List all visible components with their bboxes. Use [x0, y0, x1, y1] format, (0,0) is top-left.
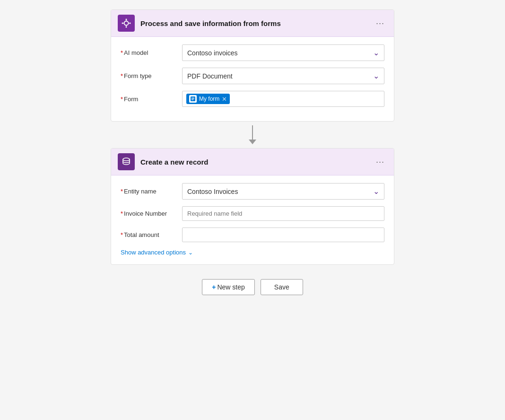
form-tag-label: My form — [199, 96, 219, 102]
new-step-plus-icon: + — [212, 283, 216, 291]
main-canvas: Process and save information from forms … — [0, 0, 505, 305]
new-step-button[interactable]: +New step — [202, 279, 255, 295]
form-required-star: * — [121, 96, 123, 103]
card2-body: *Entity name Contoso Invoices ⌄ *Invoice… — [111, 175, 394, 264]
total-amount-input[interactable] — [182, 228, 384, 242]
ai-model-control[interactable]: Contoso invoices ⌄ — [182, 44, 384, 61]
form-type-chevron-icon: ⌄ — [373, 71, 379, 80]
save-label: Save — [274, 283, 289, 291]
card1-menu-button[interactable]: ··· — [373, 18, 387, 29]
card2-header: Create a new record ··· — [111, 149, 394, 175]
card1-title: Process and save information from forms — [140, 19, 373, 27]
total-amount-row: *Total amount — [121, 228, 384, 242]
entity-name-value: Contoso Invoices — [187, 188, 238, 195]
ai-model-value: Contoso invoices — [187, 49, 238, 57]
ai-builder-icon — [118, 15, 135, 32]
card-process-forms: Process and save information from forms … — [111, 9, 394, 122]
form-type-select[interactable]: PDF Document ⌄ — [182, 68, 384, 84]
invoice-number-input[interactable] — [182, 206, 384, 221]
save-button[interactable]: Save — [261, 279, 303, 295]
svg-point-4 — [130, 23, 131, 24]
entity-name-control[interactable]: Contoso Invoices ⌄ — [182, 183, 384, 200]
form-tag-remove-button[interactable]: ✕ — [222, 96, 227, 103]
dataverse-icon — [118, 153, 135, 170]
ai-model-row: *AI model Contoso invoices ⌄ — [121, 44, 384, 61]
entity-name-required-star: * — [121, 188, 123, 195]
entity-name-row: *Entity name Contoso Invoices ⌄ — [121, 183, 384, 200]
form-control[interactable]: My form ✕ — [182, 91, 384, 107]
svg-point-3 — [122, 23, 123, 24]
card1-header: Process and save information from forms … — [111, 10, 394, 37]
ai-model-label: *AI model — [121, 49, 182, 56]
svg-point-1 — [126, 19, 127, 20]
ai-model-required-star: * — [121, 49, 123, 56]
advanced-options-chevron-icon: ⌄ — [188, 249, 193, 256]
connector-line — [252, 125, 253, 140]
my-form-tag: My form ✕ — [186, 94, 230, 104]
entity-name-chevron-icon: ⌄ — [373, 187, 379, 196]
bottom-actions: +New step Save — [202, 279, 303, 295]
show-advanced-options-button[interactable]: Show advanced options ⌄ — [121, 249, 193, 256]
card2-menu-button[interactable]: ··· — [373, 156, 387, 168]
ai-builder-svg — [121, 18, 131, 28]
form-icon-svg — [190, 96, 196, 102]
card-create-record: Create a new record ··· *Entity name Con… — [111, 148, 394, 265]
form-type-row: *Form type PDF Document ⌄ — [121, 68, 384, 84]
total-amount-required-star: * — [121, 231, 123, 238]
invoice-number-control[interactable] — [182, 206, 384, 221]
card2-title: Create a new record — [140, 158, 373, 166]
form-row: *Form — [121, 91, 384, 107]
new-step-label: New step — [217, 283, 244, 291]
form-type-control[interactable]: PDF Document ⌄ — [182, 68, 384, 84]
ai-model-select[interactable]: Contoso invoices ⌄ — [182, 44, 384, 61]
total-amount-control[interactable] — [182, 228, 384, 242]
svg-point-13 — [123, 158, 130, 161]
form-type-value: PDF Document — [187, 72, 233, 80]
ai-model-chevron-icon: ⌄ — [373, 48, 379, 57]
dataverse-svg — [121, 157, 131, 167]
connector-arrow — [249, 125, 256, 144]
entity-name-label: *Entity name — [121, 188, 182, 195]
form-type-label: *Form type — [121, 72, 182, 79]
svg-point-0 — [124, 21, 129, 26]
connector-arrowhead — [249, 140, 256, 144]
advanced-options-section: Show advanced options ⌄ — [121, 249, 384, 256]
card1-body: *AI model Contoso invoices ⌄ *Form type … — [111, 37, 394, 121]
entity-name-select[interactable]: Contoso Invoices ⌄ — [182, 183, 384, 200]
advanced-options-label: Show advanced options — [121, 249, 186, 256]
total-amount-label: *Total amount — [121, 231, 182, 238]
form-type-required-star: * — [121, 72, 123, 79]
form-tag-input[interactable]: My form ✕ — [182, 91, 384, 107]
invoice-number-label: *Invoice Number — [121, 210, 182, 217]
invoice-number-row: *Invoice Number — [121, 206, 384, 221]
svg-point-2 — [126, 26, 127, 28]
form-tag-icon — [189, 95, 197, 103]
invoice-number-required-star: * — [121, 210, 123, 217]
form-label: *Form — [121, 96, 182, 103]
